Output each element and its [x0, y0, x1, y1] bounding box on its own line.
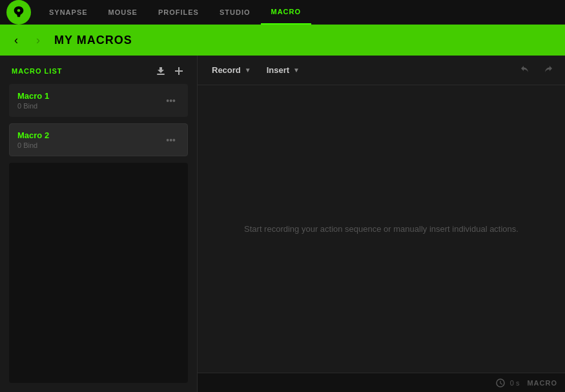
- export-button[interactable]: [154, 65, 167, 77]
- left-panel: MACRO LIST Macro 1: [0, 56, 197, 392]
- nav-mouse[interactable]: MOUSE: [98, 0, 148, 25]
- app-logo: [6, 0, 31, 25]
- undo-redo-group: [516, 61, 557, 80]
- macro-list-title: MACRO LIST: [12, 67, 62, 75]
- right-toolbar: Record ▼ Insert ▼: [198, 56, 565, 85]
- clock-icon: [496, 378, 505, 387]
- macro-item-info: Macro 2 0 Bind: [17, 130, 49, 149]
- insert-button[interactable]: Insert ▼: [260, 61, 306, 79]
- top-nav: SYNAPSE MOUSE PROFILES STUDIO MACRO: [0, 0, 565, 25]
- undo-button[interactable]: [516, 61, 535, 80]
- macro-item-bind: 0 Bind: [17, 141, 49, 149]
- redo-button[interactable]: [538, 61, 557, 80]
- bottom-bar: 0 s MACRO: [198, 373, 565, 392]
- main-content: MACRO LIST Macro 1: [0, 56, 565, 392]
- record-label: Record: [212, 65, 241, 75]
- export-icon: [156, 66, 166, 76]
- macro-item[interactable]: Macro 1 0 Bind •••: [9, 84, 188, 117]
- macro-list-actions: [154, 65, 185, 77]
- macro-list-header: MACRO LIST: [9, 65, 188, 77]
- macro-item-menu-button[interactable]: •••: [162, 94, 180, 107]
- right-main-area: Start recording your action sequence or …: [198, 85, 565, 373]
- nav-synapse[interactable]: SYNAPSE: [39, 0, 98, 25]
- svg-point-0: [17, 9, 21, 12]
- empty-state: Start recording your action sequence or …: [244, 224, 519, 234]
- insert-label: Insert: [267, 65, 289, 75]
- insert-chevron-icon: ▼: [293, 67, 300, 74]
- record-button[interactable]: Record ▼: [205, 61, 258, 79]
- forward-button[interactable]: ›: [32, 31, 44, 50]
- page-header: ‹ › MY MACROS: [0, 25, 565, 56]
- macro-item-menu-button[interactable]: •••: [162, 134, 180, 147]
- macro-item-name: Macro 1: [17, 91, 49, 101]
- macro-item-name: Macro 2: [17, 130, 49, 140]
- macro-item[interactable]: Macro 2 0 Bind •••: [9, 123, 188, 156]
- undo-icon: [520, 63, 531, 75]
- record-chevron-icon: ▼: [245, 67, 251, 74]
- add-macro-button[interactable]: [172, 65, 185, 77]
- bottom-macro-label: MACRO: [527, 379, 557, 387]
- add-icon: [174, 66, 184, 76]
- macro-item-info: Macro 1 0 Bind: [17, 91, 49, 110]
- back-button[interactable]: ‹: [10, 31, 22, 50]
- time-display: 0 s: [510, 379, 520, 387]
- svg-rect-1: [157, 74, 165, 75]
- right-panel: Record ▼ Insert ▼: [197, 56, 565, 392]
- redo-icon: [542, 63, 553, 75]
- nav-profiles[interactable]: PROFILES: [148, 0, 209, 25]
- left-empty-area: [9, 163, 188, 383]
- macro-item-bind: 0 Bind: [17, 102, 49, 110]
- nav-macro[interactable]: MACRO: [261, 0, 312, 25]
- nav-studio[interactable]: STUDIO: [209, 0, 261, 25]
- page-title: MY MACROS: [54, 34, 132, 47]
